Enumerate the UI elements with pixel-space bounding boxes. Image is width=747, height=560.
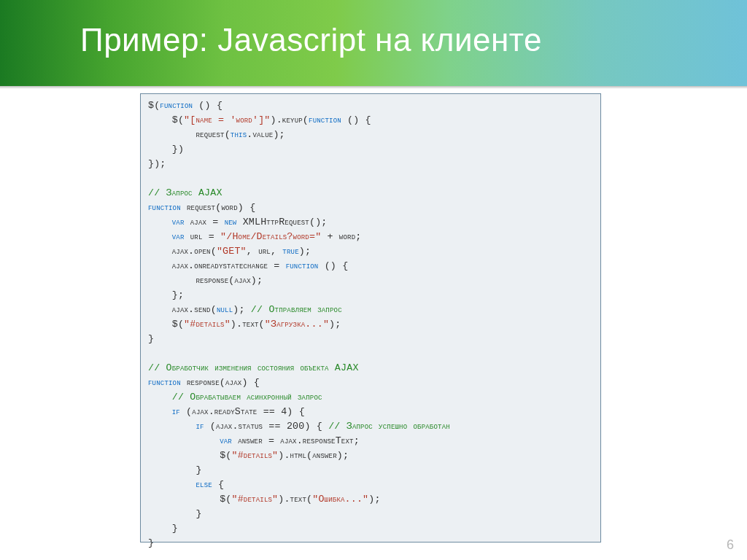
code-content: $(function () { $("[name = 'word']").key… xyxy=(148,98,593,551)
slide-title: Пример: Javascript на клиенте xyxy=(80,22,542,58)
code-block: $(function () { $("[name = 'word']").key… xyxy=(140,93,601,542)
header-shadow xyxy=(0,86,747,89)
slide: Пример: Javascript на клиенте $(function… xyxy=(0,0,747,560)
slide-number: 6 xyxy=(727,537,734,553)
